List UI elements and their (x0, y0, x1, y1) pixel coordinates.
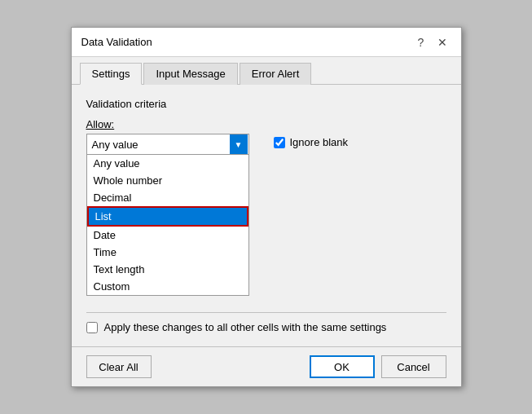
dropdown-list: Any value Whole number Decimal List Date… (86, 155, 249, 296)
dropdown-item-list[interactable]: List (87, 206, 248, 227)
allow-dropdown-container: Any value ▼ Any value Whole number Decim… (86, 134, 249, 296)
allow-label: Allow: (86, 118, 115, 130)
apply-changes-label: Apply these changes to all other cells w… (104, 321, 387, 333)
allow-column: Allow: Any value ▼ Any value Whole numbe… (86, 118, 249, 296)
dropdown-arrow-icon: ▼ (230, 134, 248, 154)
data-validation-dialog: Data Validation ? ✕ Settings Input Messa… (71, 27, 462, 387)
dropdown-item-time[interactable]: Time (87, 244, 248, 261)
section-title: Validation criteria (86, 98, 446, 110)
apply-row: Apply these changes to all other cells w… (86, 312, 446, 333)
cancel-button[interactable]: Cancel (381, 355, 446, 378)
dropdown-item-whole-number[interactable]: Whole number (87, 172, 248, 189)
allow-dropdown[interactable]: Any value ▼ (86, 134, 249, 155)
ok-button[interactable]: OK (310, 355, 375, 378)
dropdown-item-any-value[interactable]: Any value (87, 155, 248, 172)
clear-all-button[interactable]: Clear All (86, 355, 152, 378)
dropdown-item-text-length[interactable]: Text length (87, 261, 248, 278)
ignore-blank-checkbox[interactable] (274, 137, 285, 148)
tabs-bar: Settings Input Message Error Alert (72, 57, 461, 85)
dialog-title: Data Validation (81, 36, 152, 48)
dropdown-item-custom[interactable]: Custom (87, 278, 248, 295)
dropdown-item-decimal[interactable]: Decimal (87, 189, 248, 206)
tab-input-message[interactable]: Input Message (143, 63, 237, 85)
dropdown-item-date[interactable]: Date (87, 227, 248, 244)
close-button[interactable]: ✕ (433, 33, 451, 51)
ignore-blank-row: Ignore blank (274, 136, 349, 148)
apply-changes-checkbox[interactable] (86, 322, 98, 333)
footer: Clear All OK Cancel (72, 346, 461, 386)
allow-dropdown-value: Any value (92, 139, 138, 151)
footer-right: OK Cancel (310, 355, 446, 378)
title-bar-controls: ? ✕ (412, 33, 451, 51)
footer-left: Clear All (86, 355, 152, 378)
title-bar: Data Validation ? ✕ (72, 28, 461, 57)
help-button[interactable]: ? (412, 33, 430, 51)
ignore-blank-label: Ignore blank (290, 136, 349, 148)
tab-settings[interactable]: Settings (80, 63, 143, 85)
dialog-body: Validation criteria Allow: Any value ▼ A… (72, 85, 461, 346)
tab-error-alert[interactable]: Error Alert (240, 63, 312, 85)
allow-row: Allow: Any value ▼ Any value Whole numbe… (86, 118, 446, 296)
